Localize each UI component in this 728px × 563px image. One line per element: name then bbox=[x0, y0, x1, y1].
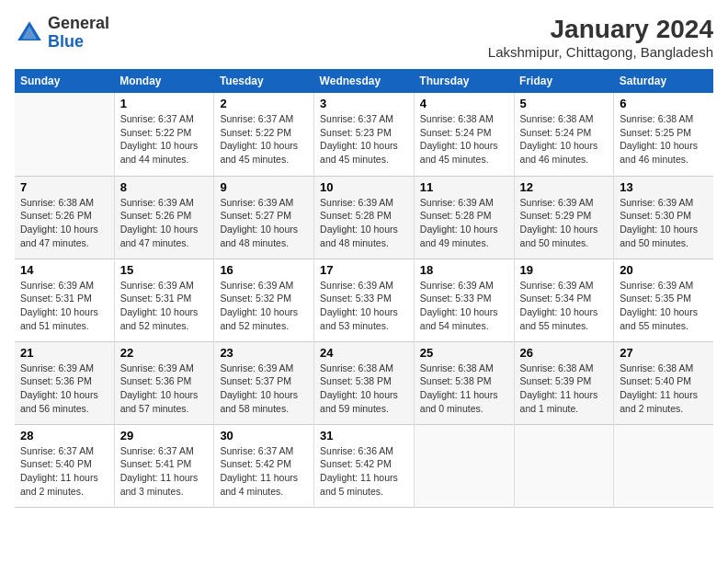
day-info: Sunrise: 6:38 AMSunset: 5:24 PMDaylight:… bbox=[520, 112, 609, 167]
day-number: 20 bbox=[620, 263, 708, 277]
header-friday: Friday bbox=[514, 69, 614, 93]
calendar-cell: 9Sunrise: 6:39 AMSunset: 5:27 PMDaylight… bbox=[214, 176, 314, 259]
day-info: Sunrise: 6:39 AMSunset: 5:32 PMDaylight:… bbox=[220, 279, 308, 333]
week-row-5: 28Sunrise: 6:37 AMSunset: 5:40 PMDayligh… bbox=[15, 424, 713, 507]
day-number: 5 bbox=[520, 97, 609, 110]
calendar-cell: 1Sunrise: 6:37 AMSunset: 5:22 PMDaylight… bbox=[114, 93, 214, 176]
day-info: Sunrise: 6:39 AMSunset: 5:30 PMDaylight:… bbox=[620, 196, 708, 250]
day-number: 14 bbox=[20, 263, 108, 277]
calendar-cell: 31Sunrise: 6:36 AMSunset: 5:42 PMDayligh… bbox=[314, 424, 415, 507]
day-info: Sunrise: 6:39 AMSunset: 5:26 PMDaylight:… bbox=[120, 196, 209, 250]
day-number: 12 bbox=[520, 180, 609, 194]
day-info: Sunrise: 6:38 AMSunset: 5:39 PMDaylight:… bbox=[520, 362, 609, 416]
week-row-4: 21Sunrise: 6:39 AMSunset: 5:36 PMDayligh… bbox=[15, 341, 713, 424]
calendar-cell: 10Sunrise: 6:39 AMSunset: 5:28 PMDayligh… bbox=[314, 176, 415, 259]
day-number: 16 bbox=[220, 263, 308, 277]
calendar-cell: 5Sunrise: 6:38 AMSunset: 5:24 PMDaylight… bbox=[514, 93, 614, 176]
week-row-2: 7Sunrise: 6:38 AMSunset: 5:26 PMDaylight… bbox=[15, 176, 713, 259]
calendar-cell: 21Sunrise: 6:39 AMSunset: 5:36 PMDayligh… bbox=[15, 341, 114, 424]
calendar-cell: 6Sunrise: 6:38 AMSunset: 5:25 PMDaylight… bbox=[614, 93, 713, 176]
calendar-cell bbox=[414, 424, 514, 507]
calendar-cell: 20Sunrise: 6:39 AMSunset: 5:35 PMDayligh… bbox=[614, 259, 713, 341]
calendar-cell: 16Sunrise: 6:39 AMSunset: 5:32 PMDayligh… bbox=[214, 259, 314, 341]
day-number: 22 bbox=[120, 346, 209, 360]
calendar-cell: 7Sunrise: 6:38 AMSunset: 5:26 PMDaylight… bbox=[15, 176, 114, 259]
day-info: Sunrise: 6:38 AMSunset: 5:40 PMDaylight:… bbox=[620, 362, 708, 416]
day-info: Sunrise: 6:39 AMSunset: 5:31 PMDaylight:… bbox=[120, 279, 209, 333]
week-row-3: 14Sunrise: 6:39 AMSunset: 5:31 PMDayligh… bbox=[15, 259, 713, 341]
page-header: General Blue January 2024 Lakshmipur, Ch… bbox=[15, 15, 713, 60]
day-info: Sunrise: 6:39 AMSunset: 5:29 PMDaylight:… bbox=[520, 196, 609, 250]
day-info: Sunrise: 6:37 AMSunset: 5:22 PMDaylight:… bbox=[120, 112, 209, 167]
day-info: Sunrise: 6:39 AMSunset: 5:34 PMDaylight:… bbox=[520, 279, 609, 333]
day-number: 15 bbox=[120, 263, 209, 277]
day-info: Sunrise: 6:39 AMSunset: 5:35 PMDaylight:… bbox=[620, 279, 708, 333]
day-number: 8 bbox=[120, 180, 209, 194]
calendar-cell: 17Sunrise: 6:39 AMSunset: 5:33 PMDayligh… bbox=[314, 259, 415, 341]
calendar-subtitle: Lakshmipur, Chittagong, Bangladesh bbox=[488, 44, 713, 60]
day-number: 13 bbox=[620, 180, 708, 194]
calendar-cell: 3Sunrise: 6:37 AMSunset: 5:23 PMDaylight… bbox=[314, 93, 415, 176]
day-number: 2 bbox=[220, 97, 308, 110]
day-info: Sunrise: 6:38 AMSunset: 5:26 PMDaylight:… bbox=[20, 196, 108, 250]
calendar-cell: 15Sunrise: 6:39 AMSunset: 5:31 PMDayligh… bbox=[114, 259, 214, 341]
day-info: Sunrise: 6:39 AMSunset: 5:36 PMDaylight:… bbox=[120, 362, 209, 416]
header-thursday: Thursday bbox=[414, 69, 514, 93]
calendar-cell: 11Sunrise: 6:39 AMSunset: 5:28 PMDayligh… bbox=[414, 176, 514, 259]
day-number: 17 bbox=[320, 263, 408, 277]
calendar-cell: 25Sunrise: 6:38 AMSunset: 5:38 PMDayligh… bbox=[414, 341, 514, 424]
day-info: Sunrise: 6:39 AMSunset: 5:37 PMDaylight:… bbox=[220, 362, 308, 416]
day-info: Sunrise: 6:38 AMSunset: 5:25 PMDaylight:… bbox=[620, 112, 708, 167]
day-info: Sunrise: 6:39 AMSunset: 5:36 PMDaylight:… bbox=[20, 362, 108, 416]
day-info: Sunrise: 6:38 AMSunset: 5:38 PMDaylight:… bbox=[420, 362, 508, 416]
day-info: Sunrise: 6:36 AMSunset: 5:42 PMDaylight:… bbox=[320, 444, 408, 499]
calendar-table: SundayMondayTuesdayWednesdayThursdayFrid… bbox=[15, 69, 713, 508]
header-wednesday: Wednesday bbox=[314, 69, 415, 93]
day-number: 26 bbox=[520, 346, 609, 360]
calendar-cell: 30Sunrise: 6:37 AMSunset: 5:42 PMDayligh… bbox=[214, 424, 314, 507]
calendar-cell: 2Sunrise: 6:37 AMSunset: 5:22 PMDaylight… bbox=[214, 93, 314, 176]
day-number: 25 bbox=[420, 346, 508, 360]
logo-text: General Blue bbox=[48, 15, 109, 52]
logo-icon bbox=[15, 18, 44, 48]
day-number: 27 bbox=[620, 346, 708, 360]
day-info: Sunrise: 6:37 AMSunset: 5:22 PMDaylight:… bbox=[220, 112, 308, 167]
day-number: 19 bbox=[520, 263, 609, 277]
calendar-cell: 28Sunrise: 6:37 AMSunset: 5:40 PMDayligh… bbox=[15, 424, 114, 507]
day-info: Sunrise: 6:39 AMSunset: 5:28 PMDaylight:… bbox=[420, 196, 508, 250]
day-number: 24 bbox=[320, 346, 408, 360]
day-info: Sunrise: 6:39 AMSunset: 5:33 PMDaylight:… bbox=[420, 279, 508, 333]
header-saturday: Saturday bbox=[614, 69, 713, 93]
calendar-cell: 12Sunrise: 6:39 AMSunset: 5:29 PMDayligh… bbox=[514, 176, 614, 259]
day-number: 1 bbox=[120, 97, 209, 110]
logo: General Blue bbox=[15, 15, 109, 52]
day-number: 11 bbox=[420, 180, 508, 194]
header-monday: Monday bbox=[114, 69, 214, 93]
day-info: Sunrise: 6:39 AMSunset: 5:27 PMDaylight:… bbox=[220, 196, 308, 250]
calendar-cell: 26Sunrise: 6:38 AMSunset: 5:39 PMDayligh… bbox=[514, 341, 614, 424]
header-tuesday: Tuesday bbox=[214, 69, 314, 93]
day-number: 18 bbox=[420, 263, 508, 277]
calendar-cell bbox=[15, 93, 114, 176]
calendar-cell: 8Sunrise: 6:39 AMSunset: 5:26 PMDaylight… bbox=[114, 176, 214, 259]
calendar-cell: 27Sunrise: 6:38 AMSunset: 5:40 PMDayligh… bbox=[614, 341, 713, 424]
day-number: 28 bbox=[20, 429, 108, 442]
calendar-cell: 22Sunrise: 6:39 AMSunset: 5:36 PMDayligh… bbox=[114, 341, 214, 424]
day-number: 30 bbox=[220, 429, 308, 442]
day-info: Sunrise: 6:37 AMSunset: 5:23 PMDaylight:… bbox=[320, 112, 408, 167]
day-number: 23 bbox=[220, 346, 308, 360]
calendar-cell: 13Sunrise: 6:39 AMSunset: 5:30 PMDayligh… bbox=[614, 176, 713, 259]
calendar-cell: 29Sunrise: 6:37 AMSunset: 5:41 PMDayligh… bbox=[114, 424, 214, 507]
header-sunday: Sunday bbox=[15, 69, 114, 93]
day-number: 7 bbox=[20, 180, 108, 194]
day-number: 31 bbox=[320, 429, 408, 442]
day-number: 3 bbox=[320, 97, 408, 110]
day-info: Sunrise: 6:37 AMSunset: 5:41 PMDaylight:… bbox=[120, 444, 209, 499]
week-row-1: 1Sunrise: 6:37 AMSunset: 5:22 PMDaylight… bbox=[15, 93, 713, 176]
day-info: Sunrise: 6:38 AMSunset: 5:38 PMDaylight:… bbox=[320, 362, 408, 416]
calendar-cell: 14Sunrise: 6:39 AMSunset: 5:31 PMDayligh… bbox=[15, 259, 114, 341]
calendar-cell: 4Sunrise: 6:38 AMSunset: 5:24 PMDaylight… bbox=[414, 93, 514, 176]
day-number: 10 bbox=[320, 180, 408, 194]
calendar-cell: 24Sunrise: 6:38 AMSunset: 5:38 PMDayligh… bbox=[314, 341, 415, 424]
day-number: 29 bbox=[120, 429, 209, 442]
